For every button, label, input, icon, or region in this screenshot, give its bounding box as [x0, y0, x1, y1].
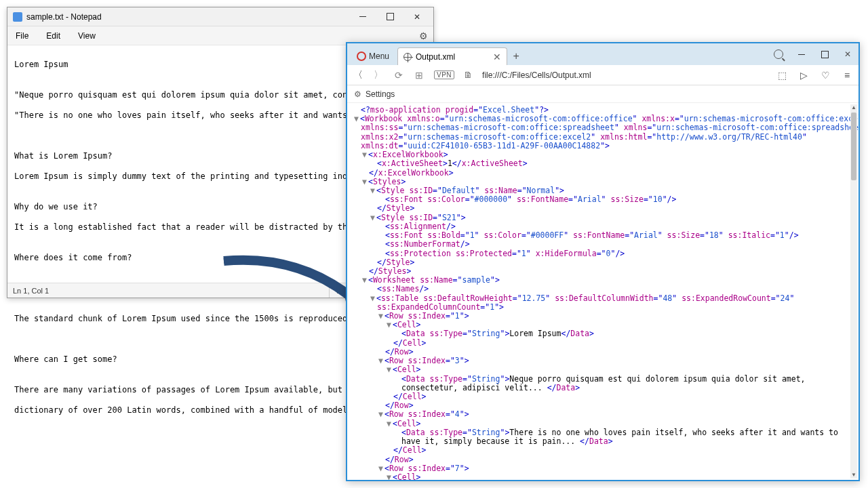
- settings-label: Settings: [366, 89, 395, 99]
- opera-icon: [357, 52, 366, 61]
- gear-icon[interactable]: ⚙: [419, 30, 428, 41]
- easy-setup-icon[interactable]: ≡: [841, 70, 853, 81]
- heart-icon[interactable]: ♡: [819, 70, 831, 81]
- opera-window: Menu Output.xml ✕ + 〈 〉 ⟳ VPN 🗎 file:///…: [346, 42, 860, 481]
- menu-file[interactable]: File: [13, 30, 31, 42]
- opera-menu-button[interactable]: Menu: [351, 47, 397, 65]
- minimize-button[interactable]: [349, 7, 376, 26]
- send-icon[interactable]: ▷: [797, 70, 810, 81]
- gear-icon: ⚙: [354, 89, 361, 99]
- search-icon: [774, 49, 783, 59]
- close-button[interactable]: [403, 7, 431, 26]
- browser-tab[interactable]: Output.xml ✕: [397, 47, 507, 65]
- opera-tabbar: Menu Output.xml ✕ +: [347, 43, 859, 65]
- browser-close-button[interactable]: [840, 46, 856, 62]
- scroll-thumb[interactable]: [851, 113, 856, 180]
- url-field[interactable]: file:///C:/Files/Cells/Output.xml: [482, 70, 591, 80]
- file-icon: 🗎: [464, 70, 473, 80]
- browser-minimize-button[interactable]: [793, 46, 810, 62]
- status-position: Ln 1, Col 1: [7, 287, 49, 295]
- reload-icon[interactable]: ⟳: [393, 70, 404, 81]
- browser-search-button[interactable]: [770, 46, 787, 62]
- address-bar: 〈 〉 ⟳ VPN 🗎 file:///C:/Files/Cells/Outpu…: [347, 65, 859, 85]
- browser-maximize-button[interactable]: [816, 46, 833, 62]
- notepad-icon: [13, 12, 22, 22]
- menu-edit[interactable]: Edit: [43, 30, 63, 42]
- vpn-badge[interactable]: VPN: [434, 70, 454, 79]
- notepad-titlebar[interactable]: sample.txt - Notepad: [7, 7, 433, 26]
- snapshot-icon[interactable]: ⬚: [776, 70, 788, 81]
- new-tab-button[interactable]: +: [507, 47, 525, 65]
- scroll-up-icon[interactable]: ▲: [850, 104, 857, 111]
- tab-close-icon[interactable]: ✕: [493, 52, 501, 62]
- globe-icon: [403, 53, 412, 61]
- scroll-down-icon[interactable]: ▼: [850, 472, 857, 479]
- tab-title: Output.xml: [416, 52, 455, 62]
- maximize-button[interactable]: [376, 7, 403, 26]
- forward-icon[interactable]: 〉: [373, 69, 384, 81]
- menu-view[interactable]: View: [75, 30, 98, 42]
- speed-dial-icon[interactable]: [414, 70, 425, 81]
- back-icon[interactable]: 〈: [353, 69, 363, 81]
- xml-viewer: <?mso-application progid="Excel.Sheet"?>…: [347, 104, 859, 480]
- notepad-title: sample.txt - Notepad: [26, 12, 349, 22]
- scrollbar[interactable]: ▲ ▼: [850, 104, 857, 479]
- settings-bar[interactable]: ⚙ Settings: [347, 85, 859, 103]
